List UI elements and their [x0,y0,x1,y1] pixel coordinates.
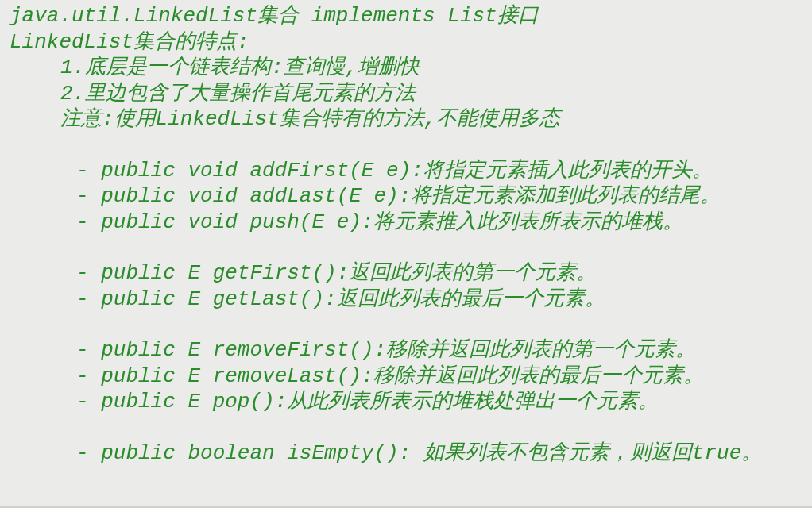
method-getFirst: - public E getFirst():返回此列表的第一个元素。 [10,260,806,287]
blank-line [10,312,806,337]
method-addLast: - public void addLast(E e):将指定元素添加到此列表的结… [10,183,806,210]
method-pop: - public E pop():从此列表所表示的堆栈处弹出一个元素。 [10,389,806,415]
class-title-line: java.util.LinkedList集合 implements List接口 [10,3,806,29]
method-push: - public void push(E e):将元素推入此列表所表示的堆栈。 [10,210,806,236]
blank-line [10,133,806,158]
method-removeLast: - public E removeLast():移除并返回此列表的最后一个元素。 [10,364,806,390]
method-addFirst: - public void addFirst(E e):将指定元素插入此列表的开… [10,158,806,184]
blank-line [10,415,806,441]
method-removeFirst: - public E removeFirst():移除并返回此列表的第一个元素。 [10,337,806,364]
method-getLast: - public E getLast():返回此列表的最后一个元素。 [10,287,806,313]
class-subtitle-line: LinkedList集合的特点: [10,29,806,56]
feature-note: 注意:使用LinkedList集合特有的方法,不能使用多态 [10,106,806,133]
feature-point-1: 1.底层是一个链表结构:查询慢,增删快 [10,55,806,81]
method-isEmpty: - public boolean isEmpty(): 如果列表不包含元素，则返… [10,441,806,467]
blank-line [10,235,806,260]
javadoc-comment-block: java.util.LinkedList集合 implements List接口… [0,0,812,472]
feature-point-2: 2.里边包含了大量操作首尾元素的方法 [10,81,806,107]
